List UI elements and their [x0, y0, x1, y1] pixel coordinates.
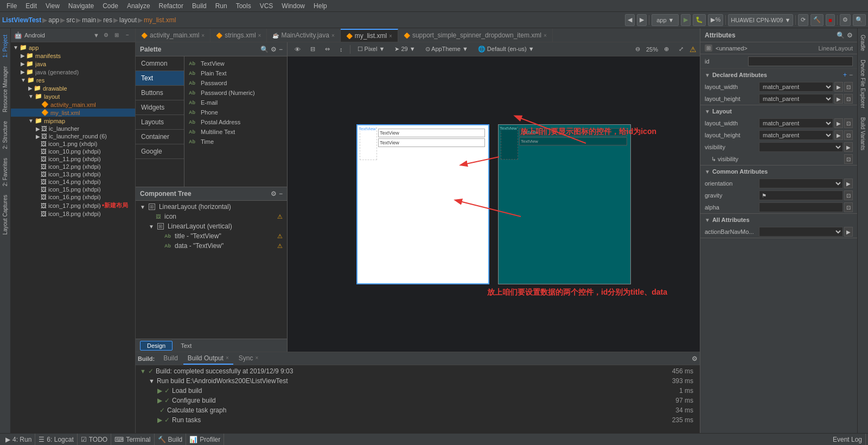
- menu-build[interactable]: Build: [188, 1, 211, 11]
- attr-visibility-select[interactable]: visible invisible gone: [759, 142, 843, 152]
- text-tab[interactable]: Text: [174, 341, 199, 351]
- menu-refactor[interactable]: Refactor: [155, 1, 188, 11]
- tree-item-app[interactable]: ▼ 📁 app: [11, 43, 135, 52]
- tree-item-ic-launcher-round[interactable]: ▶ 🖼 ic_launcher_round (6): [11, 132, 135, 140]
- widget-password[interactable]: Ab Password: [187, 78, 285, 88]
- run-with-coverage-button[interactable]: ▶%: [708, 14, 723, 26]
- declared-add-btn[interactable]: +: [843, 71, 847, 79]
- menu-tools[interactable]: Tools: [232, 1, 256, 11]
- api-btn[interactable]: ➤ 29 ▼: [391, 44, 419, 55]
- run-button[interactable]: ▶: [681, 14, 691, 26]
- structure-tab[interactable]: 2: Structure: [1, 117, 10, 154]
- menu-vcs[interactable]: VCS: [256, 1, 278, 11]
- attr-layout-height-decl-select[interactable]: match_parent wrap_content: [759, 94, 833, 104]
- theme-btn[interactable]: ⊙ AppTheme ▼: [422, 44, 472, 55]
- project-tab[interactable]: 1: Project: [1, 30, 10, 62]
- attr-actionbar-btn[interactable]: ▶: [844, 227, 853, 237]
- comp-icon[interactable]: ▶ 🖼 icon ⚠: [138, 212, 285, 221]
- widget-postal[interactable]: Ab Postal Address: [187, 117, 285, 127]
- attr-layout-width-decl-flag[interactable]: ⊡: [844, 82, 853, 92]
- status-build[interactable]: 🔨 Build: [155, 434, 187, 446]
- device-select[interactable]: HUAWEI CPN-W09 ▼: [728, 14, 793, 26]
- attr-layout-height-decl-btn[interactable]: ▶: [834, 94, 843, 104]
- menu-file[interactable]: File: [2, 1, 21, 11]
- tab-close3[interactable]: ×: [331, 33, 335, 39]
- tree-item-icon12[interactable]: ▶ 🖼 icon_12.png (xhdpi): [11, 163, 135, 170]
- fit-btn[interactable]: ⤢: [675, 44, 687, 55]
- tree-item-icon15[interactable]: ▶ 🖼 icon_15.png (xhdpi): [11, 186, 135, 193]
- breadcrumb-layout[interactable]: layout: [119, 16, 137, 24]
- tree-item-activity-main[interactable]: ▶ 🔶 activity_main.xml: [11, 100, 135, 109]
- bottom-gear-btn[interactable]: ⚙: [692, 355, 698, 363]
- tree-item-icon17[interactable]: ▶ 🖼 icon_17.png (xhdpi) • 新建布局: [11, 201, 135, 210]
- attr-layout-height-flag[interactable]: ⊡: [844, 130, 853, 140]
- status-eventlog[interactable]: Event Log: [829, 434, 866, 446]
- common-attrs-header[interactable]: ▼ Common Attributes: [700, 166, 857, 177]
- zoom-out-btn[interactable]: ⊖: [631, 44, 644, 55]
- build-output-tab[interactable]: Build Output ×: [183, 353, 233, 365]
- comp-data[interactable]: ▶ Ab data - "TextView" ⚠: [138, 241, 285, 251]
- tree-item-drawable[interactable]: ▶ 📁 drawable: [11, 84, 135, 92]
- captures-tab[interactable]: Layout Captures: [1, 190, 10, 239]
- category-google[interactable]: Google: [136, 144, 184, 159]
- tab-close2[interactable]: ×: [258, 33, 261, 39]
- build-expand-btn2[interactable]: ▼: [149, 378, 155, 384]
- status-profiler[interactable]: 📊 Profiler: [186, 434, 224, 446]
- breadcrumb-src[interactable]: src: [66, 16, 75, 24]
- debug-button[interactable]: 🐛: [693, 14, 706, 26]
- palette-minus-btn[interactable]: −: [279, 46, 283, 53]
- attr-search-btn[interactable]: 🔍: [837, 31, 845, 39]
- attr-alpha-input[interactable]: [759, 202, 843, 212]
- attr-layout-height-select[interactable]: match_parent wrap_content: [759, 130, 833, 140]
- palette-search-btn[interactable]: 🔍: [260, 46, 269, 53]
- widget-email[interactable]: Ab E-mail: [187, 98, 285, 107]
- attr-layout-width-btn[interactable]: ▶: [834, 118, 843, 128]
- category-text[interactable]: Text: [136, 71, 184, 86]
- category-buttons[interactable]: Buttons: [136, 86, 184, 100]
- comp-tree-gear-btn[interactable]: ⚙: [271, 190, 277, 198]
- tab-my-list[interactable]: 🔶 my_list.xml ×: [341, 29, 398, 42]
- tree-item-java[interactable]: ▶ 📁 java: [11, 60, 135, 68]
- widget-textview[interactable]: Ab TextView: [187, 59, 285, 68]
- resource-manager-tab[interactable]: Resource Manager: [1, 62, 10, 117]
- status-todo[interactable]: ☑ TODO: [78, 434, 111, 446]
- tree-item-ic-launcher[interactable]: ▶ 🖼 ic_launcher: [11, 125, 135, 132]
- menu-navigate[interactable]: Navigate: [64, 1, 98, 11]
- attr-actionbar-select[interactable]: [759, 227, 843, 237]
- tree-item-manifests[interactable]: ▶ 📁 manifests: [11, 52, 135, 60]
- search-everywhere-button[interactable]: 🔍: [853, 14, 866, 26]
- run-config-select[interactable]: app ▼: [652, 14, 679, 26]
- menu-window[interactable]: Window: [277, 1, 309, 11]
- vert-btn[interactable]: ↕: [336, 44, 347, 55]
- forward-button[interactable]: ▶: [637, 14, 647, 26]
- attr-layout-width-decl-btn[interactable]: ▶: [834, 82, 843, 92]
- attr-visibility-btn[interactable]: ▶: [844, 142, 853, 152]
- comp-tree-minus-btn[interactable]: −: [279, 190, 283, 198]
- attr-visibility2-flag[interactable]: ⊡: [844, 154, 853, 164]
- tab-activity-main[interactable]: 🔶 activity_main.xml ×: [136, 29, 210, 42]
- attr-orientation-select[interactable]: horizontal vertical: [759, 179, 843, 188]
- tab-close5[interactable]: ×: [544, 33, 547, 39]
- locale-btn[interactable]: 🌐 Default (en-us) ▼: [474, 44, 538, 55]
- horiz-btn[interactable]: ⇔: [321, 44, 334, 55]
- tree-item-layout[interactable]: ▼ 📁 layout: [11, 92, 135, 100]
- zoom-in-btn[interactable]: ⊕: [660, 44, 673, 55]
- build-expand-btn[interactable]: ▼: [140, 368, 146, 374]
- build-variants-tab[interactable]: Build Variants: [858, 113, 867, 155]
- declared-minus-btn[interactable]: −: [849, 71, 853, 79]
- attr-id-input[interactable]: [748, 56, 853, 66]
- status-logcat[interactable]: ☰ 6: Logcat: [35, 434, 77, 446]
- tree-item-icon16[interactable]: ▶ 🖼 icon_16.png (xhdpi): [11, 193, 135, 201]
- attr-layout-height-btn[interactable]: ▶: [834, 130, 843, 140]
- build-output-close[interactable]: ×: [226, 355, 229, 361]
- all-attrs-header[interactable]: ▼ All Attributes: [700, 214, 857, 226]
- favorites-tab[interactable]: 2: Favorites: [1, 154, 10, 190]
- tree-item-res[interactable]: ▼ 📁 res: [11, 76, 135, 84]
- gradle-tab[interactable]: Gradle: [858, 30, 867, 55]
- tab-mainactivity[interactable]: ☕ MainActivity.java ×: [267, 29, 340, 42]
- comp-title[interactable]: ▶ Ab title - "TextView" ⚠: [138, 231, 285, 241]
- tree-item-my-list[interactable]: ▶ 🔶 my_list.xml: [11, 109, 135, 117]
- attr-layout-width-decl-select[interactable]: match_parent wrap_content: [759, 82, 833, 92]
- breadcrumb-app[interactable]: app: [48, 16, 59, 24]
- sync-close[interactable]: ×: [255, 355, 258, 361]
